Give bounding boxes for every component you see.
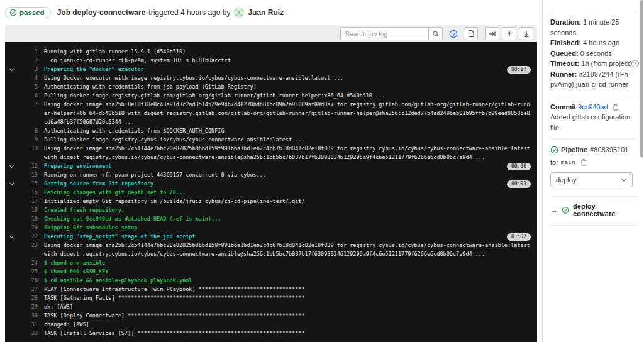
sidebar-scrollbar[interactable] [640, 0, 643, 157]
commit-sha-link[interactable]: 9cc940ad [578, 103, 608, 111]
log-section-header[interactable]: 12Preparing environment00:00 [5, 162, 537, 170]
chevron-placeholder [5, 91, 18, 94]
log-line-number[interactable]: 28 [18, 294, 38, 302]
log-line-gutter: 31 [5, 320, 38, 329]
log-line-number[interactable]: 26 [18, 276, 38, 285]
log-line: 23Using docker image sha256:2c54144e76bc… [5, 241, 537, 258]
detail-row-duration: Duration: 1 minute 25 seconds [550, 17, 635, 38]
log-line-gutter: 10 [5, 144, 38, 162]
chevron-placeholder [5, 302, 18, 305]
log-line-number[interactable]: 32 [18, 329, 38, 338]
log-line-number[interactable]: 2 [18, 56, 38, 65]
search-help-button[interactable]: ? [446, 27, 460, 40]
log-line-gutter: 6 [5, 91, 38, 100]
scroll-controls [485, 27, 533, 40]
scroll-to-bottom-button[interactable] [519, 27, 533, 40]
user-avatar[interactable] [233, 7, 245, 18]
job-header-text: Job deploy-connectware triggered 4 hours… [57, 7, 284, 18]
pipeline-ref[interactable]: main [561, 157, 575, 167]
log-line-number[interactable]: 24 [18, 258, 38, 267]
copy-commit-sha-button[interactable] [612, 103, 619, 111]
log-line-number[interactable]: 25 [18, 267, 38, 276]
chevron-placeholder [5, 258, 18, 261]
log-line-number[interactable]: 5 [18, 82, 38, 91]
log-line-number[interactable]: 10 [18, 144, 38, 153]
log-line: 16Fetching changes with git depth set to… [5, 188, 537, 197]
log-line-number[interactable]: 20 [18, 223, 38, 232]
search-button[interactable] [428, 27, 443, 40]
log-line-number[interactable]: 4 [18, 74, 38, 82]
collapse-chevron-icon[interactable] [5, 65, 18, 70]
log-section-header[interactable]: 15Getting source from Git repository00:0… [5, 179, 537, 188]
svg-text:?: ? [452, 31, 455, 37]
log-line: 27PLAY [Connectware Infrastructure Twin … [5, 285, 537, 294]
log-line: 10Using docker image sha256:2c54144e76bc… [5, 144, 537, 162]
user-name[interactable]: Juan Ruiz [248, 8, 284, 17]
log-line-gutter: 19 [5, 214, 38, 223]
chevron-down-icon [621, 178, 627, 182]
log-line-number[interactable]: 17 [18, 197, 38, 206]
job-main-column: passed Job deploy-connectware triggered … [0, 0, 542, 342]
chevron-placeholder [5, 311, 18, 314]
detail-label: Duration: [550, 18, 581, 26]
log-line-number[interactable]: 31 [18, 320, 38, 329]
chevron-placeholder [5, 135, 18, 138]
log-line-text: $ chmod 600 $SSH_KEY [38, 267, 537, 276]
log-line-number[interactable]: 13 [18, 170, 38, 179]
pipeline-success-icon [550, 146, 558, 154]
pipeline-id[interactable]: #808395101 [590, 145, 628, 155]
log-line-number[interactable]: 27 [18, 285, 38, 294]
log-line-number[interactable]: 19 [18, 214, 38, 223]
log-line-number[interactable]: 6 [18, 91, 38, 100]
log-line-number[interactable]: 9 [18, 135, 38, 144]
detail-row-timeout: Timeout: 1h (from project)? [550, 58, 635, 69]
log-line-number[interactable]: 23 [18, 241, 38, 250]
log-line-gutter: 1 [5, 47, 38, 56]
commit-message: Added gitlab configuration file [550, 112, 635, 133]
log-line-number[interactable]: 30 [18, 311, 38, 320]
log-line-number[interactable]: 16 [18, 188, 38, 197]
section-duration-badge: 01:02 [507, 233, 531, 241]
jump-button[interactable] [485, 27, 499, 40]
copy-icon [580, 158, 587, 166]
chevron-placeholder [5, 294, 18, 296]
sidebar-job-item-deploy-connectware[interactable]: → deploy-connectware [550, 202, 635, 218]
log-line-number[interactable]: 7 [18, 100, 38, 109]
log-line-number[interactable]: 22 [18, 232, 38, 241]
log-line: 4Using Docker executor with image regist… [5, 74, 537, 82]
chevron-placeholder [5, 144, 18, 146]
log-section-header[interactable]: 22Executing "step_script" stage of the j… [5, 232, 537, 241]
divider [550, 196, 638, 197]
stage-dropdown[interactable]: deploy [550, 172, 633, 187]
log-line: 20Skipping Git submodules setup [5, 223, 537, 232]
log-line-number[interactable]: 8 [18, 126, 38, 135]
timeout-help-icon[interactable]: ? [631, 60, 639, 67]
log-line-number[interactable]: 18 [18, 206, 38, 214]
collapse-chevron-icon[interactable] [5, 179, 18, 185]
log-line-number[interactable]: 15 [18, 179, 38, 188]
log-line-number[interactable]: 1 [18, 47, 38, 56]
collapse-chevron-icon[interactable] [5, 232, 18, 238]
log-line-number[interactable]: 12 [18, 162, 38, 170]
copy-ref-button[interactable] [580, 158, 587, 166]
scroll-to-top-button[interactable] [502, 27, 516, 40]
log-line-text: Executing "step_script" stage of the job… [38, 232, 537, 241]
chevron-placeholder [5, 188, 18, 190]
job-page: passed Job deploy-connectware triggered … [0, 0, 644, 342]
chevron-placeholder [5, 329, 18, 331]
log-line-number[interactable]: 29 [18, 302, 38, 311]
detail-label: Finished: [550, 39, 581, 47]
log-line-number[interactable]: 3 [18, 65, 38, 74]
show-raw-button[interactable] [464, 27, 478, 40]
search-icon [432, 30, 440, 38]
log-line-text: Preparing environment [38, 162, 537, 170]
log-line: 26$ cd ansible && ansible-playbook playb… [5, 276, 537, 285]
section-duration-badge: 00:03 [507, 180, 531, 188]
chevron-placeholder [5, 223, 18, 226]
collapse-chevron-icon[interactable] [5, 162, 18, 167]
job-title: Job deploy-connectware [57, 8, 146, 17]
status-badge[interactable]: passed [5, 7, 51, 18]
search-input[interactable] [340, 27, 428, 40]
log-section-header[interactable]: 3Preparing the "docker" executor00:17 [5, 65, 537, 74]
log-line: 6Pulling docker image registry.gitlab.co… [5, 91, 537, 100]
